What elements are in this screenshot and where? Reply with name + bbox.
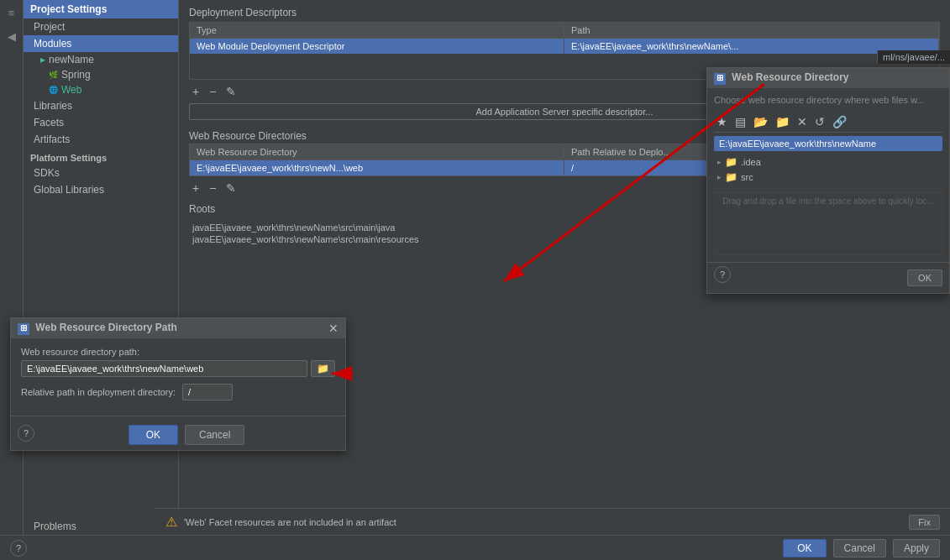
tree-item-idea[interactable]: ▸ 📁 .idea bbox=[714, 154, 942, 170]
wr-cell-dir: E:\javaEE\javaee_work\thrs\newN...\web bbox=[190, 160, 564, 175]
nav-item-modules[interactable]: Modules bbox=[24, 35, 178, 52]
spring-icon: 🌿 bbox=[49, 71, 58, 79]
relative-path-input[interactable] bbox=[182, 384, 233, 400]
dialog-left-bottom: ? OK Cancel bbox=[11, 416, 345, 450]
module-newname-label: newName bbox=[49, 54, 94, 65]
relative-path-row: Relative path in deployment directory: bbox=[21, 384, 335, 400]
dialog-left-ok-btn[interactable]: OK bbox=[129, 425, 178, 445]
icon-strip-btn-2[interactable]: ◀ bbox=[3, 27, 21, 45]
dialog-left-buttons: OK Cancel bbox=[34, 420, 339, 447]
panel-title: Project Settings bbox=[24, 0, 178, 18]
dialog-left-close[interactable]: ✕ bbox=[328, 322, 339, 335]
warning-bar: ⚠ 'Web' Facet resources are not included… bbox=[179, 508, 950, 535]
idea-folder-icon: 📁 bbox=[725, 156, 737, 168]
dialog-left-icon: ⊞ bbox=[18, 323, 29, 335]
deployment-col-path: Path bbox=[564, 23, 939, 38]
dt-btn-refresh[interactable]: ↺ bbox=[812, 114, 827, 129]
dialog-right-ok-btn[interactable]: OK bbox=[907, 270, 942, 286]
nav-item-global-libraries[interactable]: Global Libraries bbox=[24, 181, 178, 198]
deployment-section-title: Deployment Descriptors bbox=[179, 0, 950, 22]
spring-label: Spring bbox=[61, 69, 91, 81]
drag-hint: Drag and drop a file into the space abov… bbox=[715, 192, 942, 209]
dt-btn-folder-open[interactable]: 📂 bbox=[751, 114, 770, 129]
dialog-left-title-content: ⊞ Web Resource Directory Path bbox=[18, 322, 177, 335]
tree-item-src[interactable]: ▸ 📁 src bbox=[714, 170, 942, 185]
ide-container: ≡ ◀ Project Settings Project Modules ▸ n… bbox=[0, 0, 950, 560]
src-chevron: ▸ bbox=[717, 173, 722, 181]
edit-descriptor-btn[interactable]: ✎ bbox=[223, 83, 239, 100]
dt-btn-star[interactable]: ★ bbox=[714, 114, 730, 129]
icon-strip-btn-1[interactable]: ≡ bbox=[3, 3, 21, 22]
nav-item-libraries[interactable]: Libraries bbox=[24, 97, 178, 114]
icon-strip: ≡ ◀ bbox=[0, 0, 24, 560]
module-tree-newname[interactable]: ▸ newName bbox=[24, 52, 178, 67]
drag-drop-area: Drag and drop a file into the space abov… bbox=[714, 188, 942, 255]
dialog-left-title: Web Resource Directory Path bbox=[35, 322, 177, 333]
ok-btn[interactable]: OK bbox=[783, 539, 826, 557]
nav-item-sdks[interactable]: SDKs bbox=[24, 165, 178, 181]
web-icon: 🌐 bbox=[49, 86, 58, 94]
dialog-right-bottom: ? OK bbox=[707, 262, 949, 293]
path-field-row: 📁 bbox=[21, 360, 335, 377]
dt-btn-delete[interactable]: ✕ bbox=[795, 114, 810, 129]
fix-btn[interactable]: Fix bbox=[909, 515, 940, 530]
wr-col-directory: Web Resource Directory bbox=[190, 144, 564, 160]
edit-wr-btn[interactable]: ✎ bbox=[223, 180, 239, 196]
dialog-right-title-content: ⊞ Web Resource Directory bbox=[714, 71, 849, 85]
dialog-web-resource-directory: ⊞ Web Resource Directory Choose web reso… bbox=[706, 67, 950, 294]
relative-path-label: Relative path in deployment directory: bbox=[21, 387, 176, 397]
dialog-right-desc: Choose web resource directory where web … bbox=[714, 95, 942, 105]
add-descriptor-btn[interactable]: + bbox=[189, 83, 202, 100]
dialog-right-icon: ⊞ bbox=[714, 73, 726, 85]
dt-btn-link[interactable]: 🔗 bbox=[830, 114, 849, 129]
dt-btn-new-folder[interactable]: 📁 bbox=[773, 114, 792, 129]
nav-item-project[interactable]: Project bbox=[24, 18, 178, 35]
dialog-right-toolbar: ★ ▤ 📂 📁 ✕ ↺ 🔗 bbox=[714, 112, 942, 133]
nav-item-artifacts[interactable]: Artifacts bbox=[24, 131, 178, 148]
dialog-web-resource-path: ⊞ Web Resource Directory Path ✕ Web reso… bbox=[10, 317, 346, 451]
top-right-snippet: ml/ns/javaee/... bbox=[877, 50, 950, 64]
deployment-cell-type: Web Module Deployment Descriptor bbox=[190, 39, 564, 54]
dialog-right-title-bar: ⊞ Web Resource Directory bbox=[707, 68, 949, 88]
src-label: src bbox=[741, 172, 753, 182]
dialog-right-body: Choose web resource directory where web … bbox=[707, 88, 949, 262]
add-wr-btn[interactable]: + bbox=[189, 180, 202, 196]
dt-btn-list[interactable]: ▤ bbox=[732, 114, 748, 129]
path-field-label: Web resource directory path: bbox=[21, 347, 335, 357]
apply-btn[interactable]: Apply bbox=[893, 539, 940, 557]
idea-label: .idea bbox=[741, 157, 761, 167]
nav-item-facets[interactable]: Facets bbox=[24, 114, 178, 131]
bottom-action-bar: ? OK Cancel Apply bbox=[179, 535, 950, 560]
module-newname-icon: ▸ bbox=[40, 54, 45, 65]
platform-settings-label: Platform Settings bbox=[24, 148, 178, 165]
dialog-left-cancel-btn[interactable]: Cancel bbox=[185, 425, 244, 445]
cancel-btn[interactable]: Cancel bbox=[833, 539, 886, 557]
dialog-right-help[interactable]: ? bbox=[714, 266, 731, 283]
dialog-left-help[interactable]: ? bbox=[18, 425, 34, 442]
module-tree-web[interactable]: 🌐 Web bbox=[24, 82, 178, 97]
idea-chevron: ▸ bbox=[717, 158, 722, 166]
dialog-right-title: Web Resource Directory bbox=[732, 71, 848, 83]
project-settings-panel: Project Settings Project Modules ▸ newNa… bbox=[24, 0, 179, 560]
remove-descriptor-btn[interactable]: − bbox=[206, 83, 219, 100]
deployment-table-header: Type Path bbox=[190, 23, 939, 39]
src-folder-icon: 📁 bbox=[725, 171, 737, 183]
warning-text: 'Web' Facet resources are not included i… bbox=[184, 517, 902, 527]
dialog-right-path[interactable]: E:\javaEE\javaee_work\thrs\newName bbox=[714, 136, 942, 151]
deployment-table-row[interactable]: Web Module Deployment Descriptor E:\java… bbox=[190, 39, 939, 54]
path-text-input[interactable] bbox=[21, 360, 307, 377]
browse-btn[interactable]: 📁 bbox=[311, 360, 335, 377]
dialog-left-body: Web resource directory path: 📁 Relative … bbox=[11, 338, 345, 416]
dialog-left-title-bar: ⊞ Web Resource Directory Path ✕ bbox=[11, 318, 345, 338]
deployment-col-type: Type bbox=[190, 23, 564, 38]
web-label: Web bbox=[61, 84, 81, 96]
module-tree-spring[interactable]: 🌿 Spring bbox=[24, 67, 178, 82]
remove-wr-btn[interactable]: − bbox=[206, 180, 219, 196]
